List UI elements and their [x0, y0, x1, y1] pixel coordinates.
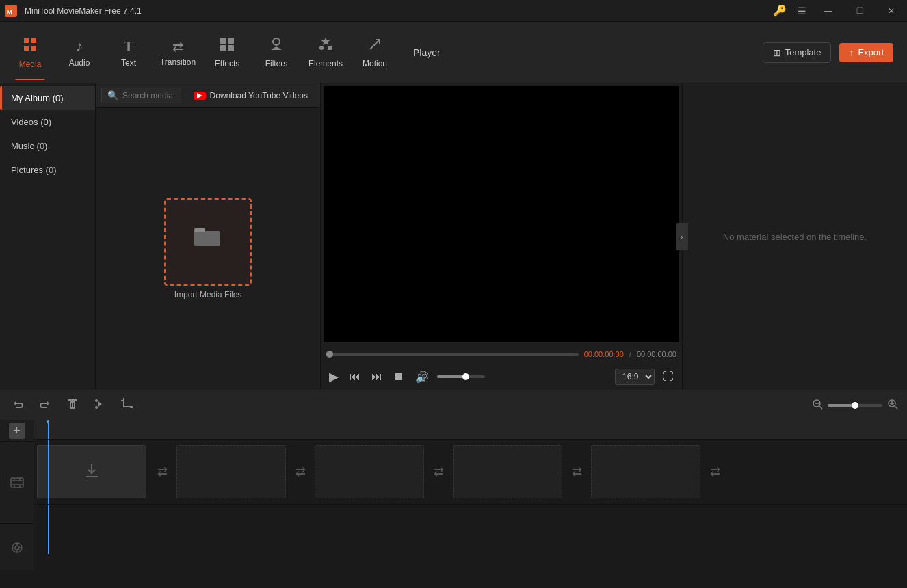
svg-point-6	[273, 38, 280, 45]
toolbar: Media ♪ Audio T Text ⇄ Transition Effect…	[0, 22, 907, 83]
timeline-left: +	[0, 420, 34, 571]
zoom-out-icon[interactable]	[811, 398, 824, 413]
key-icon: 🔑	[769, 0, 791, 22]
timeline-transition-2[interactable]: ⇄	[287, 445, 313, 498]
youtube-download-button[interactable]: Download YouTube Videos	[187, 88, 315, 103]
audio-track	[34, 505, 907, 554]
export-icon: ↑	[849, 47, 854, 58]
template-icon: ⊞	[773, 47, 781, 58]
zoom-fill	[828, 404, 855, 407]
svg-point-17	[15, 546, 19, 550]
clip-download-icon	[83, 462, 100, 482]
media-panel: 🔍 Download YouTube Videos	[96, 83, 320, 390]
aspect-ratio-select[interactable]: 16:9 9:16 1:1 4:3	[615, 369, 655, 385]
crop-button[interactable]	[118, 395, 137, 417]
transition-icon-5: ⇄	[710, 464, 720, 479]
toolbar-transition[interactable]: ⇄ Transition	[153, 25, 202, 80]
filters-icon	[268, 36, 285, 56]
total-time: 00:00:00:00	[637, 350, 676, 358]
volume-button[interactable]: 🔊	[412, 368, 432, 386]
bottom-toolbar	[0, 390, 907, 420]
video-clip-2[interactable]	[176, 445, 286, 498]
toolbar-elements[interactable]: Elements	[301, 25, 350, 80]
toolbar-motion[interactable]: Motion	[350, 25, 399, 80]
toolbar-audio[interactable]: ♪ Audio	[55, 25, 104, 80]
elements-icon	[317, 36, 334, 56]
zoom-control	[811, 398, 899, 413]
video-clip-3[interactable]	[315, 445, 424, 498]
template-button[interactable]: ⊞ Template	[763, 42, 832, 63]
youtube-play-icon	[197, 93, 202, 98]
sidebar-item-my-album[interactable]: My Album (0)	[0, 86, 95, 110]
close-button[interactable]: ✕	[876, 0, 907, 22]
player-controls: ▶ ⏮ ⏭ ⏹ 🔊 16:9 9:16 1:1 4:3 ⛶	[321, 364, 682, 390]
media-toolbar: 🔍 Download YouTube Videos	[96, 83, 320, 108]
restore-button[interactable]: ❐	[844, 0, 876, 22]
timeline-transition-1[interactable]: ⇄	[149, 445, 175, 498]
sidebar: My Album (0) Videos (0) Music (0) Pictur…	[0, 83, 96, 390]
filters-label: Filters	[265, 59, 288, 68]
video-clip-4[interactable]	[453, 445, 562, 498]
text-icon: T	[124, 38, 134, 55]
right-panel: › No material selected on the timeline.	[683, 83, 907, 390]
transition-icon-4: ⇄	[572, 464, 582, 479]
time-track[interactable]	[326, 353, 579, 356]
time-thumb	[326, 351, 333, 358]
playhead-video	[48, 440, 49, 504]
video-clip-5[interactable]	[591, 445, 700, 498]
minimize-button[interactable]: —	[813, 0, 844, 22]
svg-point-7	[319, 46, 324, 50]
play-button[interactable]: ▶	[326, 366, 341, 387]
toolbar-right: Player ⊞ Template ↑ Export	[399, 42, 902, 63]
transition-icon-2: ⇄	[295, 464, 306, 479]
menu-icon[interactable]: ☰	[791, 0, 813, 22]
stop-button[interactable]: ⏹	[391, 368, 407, 386]
next-frame-button[interactable]: ⏭	[369, 368, 385, 386]
svg-rect-9	[194, 231, 220, 246]
media-content: Import Media Files	[96, 108, 320, 390]
text-label: Text	[121, 58, 136, 68]
video-clip-main[interactable]	[37, 445, 146, 498]
title-bar: M MiniTool MovieMaker Free 7.4.1 🔑 ☰ — ❐…	[0, 0, 907, 22]
zoom-slider[interactable]	[828, 404, 882, 407]
undo-button[interactable]	[8, 395, 27, 417]
effects-icon	[219, 36, 235, 56]
prev-frame-button[interactable]: ⏮	[347, 368, 363, 386]
export-button[interactable]: ↑ Export	[839, 43, 893, 62]
search-box[interactable]: 🔍	[101, 88, 181, 103]
search-icon: 🔍	[107, 90, 118, 101]
time-separator: /	[629, 350, 631, 358]
motion-icon	[367, 36, 383, 56]
transition-icon-1: ⇄	[157, 464, 168, 479]
no-material-message: No material selected on the timeline.	[683, 83, 907, 390]
import-media-box[interactable]	[164, 198, 252, 286]
player-area: 00:00:00:00 / 00:00:00:00 ▶ ⏮ ⏭ ⏹ 🔊 16:9…	[320, 83, 683, 390]
timeline-add-button[interactable]: +	[9, 423, 25, 439]
player-time: 00:00:00:00 / 00:00:00:00	[321, 345, 682, 364]
timeline: +	[0, 420, 907, 571]
sidebar-item-music[interactable]: Music (0)	[0, 134, 95, 158]
svg-rect-2	[220, 38, 226, 44]
volume-slider[interactable]	[437, 375, 485, 378]
zoom-in-icon[interactable]	[886, 398, 899, 413]
youtube-label: Download YouTube Videos	[210, 91, 308, 101]
toolbar-media[interactable]: Media	[5, 25, 55, 80]
timeline-transition-5[interactable]: ⇄	[702, 445, 728, 498]
sidebar-item-pictures[interactable]: Pictures (0)	[0, 158, 95, 182]
player-video	[324, 86, 679, 342]
playhead-audio	[48, 505, 49, 554]
toolbar-text[interactable]: T Text	[104, 25, 153, 80]
toolbar-filters[interactable]: Filters	[252, 25, 301, 80]
timeline-transition-4[interactable]: ⇄	[564, 445, 590, 498]
svg-rect-5	[228, 45, 234, 51]
fullscreen-button[interactable]: ⛶	[660, 368, 676, 386]
collapse-panel-button[interactable]: ›	[676, 223, 688, 250]
delete-button[interactable]	[63, 395, 82, 417]
cut-button[interactable]	[90, 395, 109, 417]
search-input[interactable]	[122, 91, 175, 101]
toolbar-effects[interactable]: Effects	[202, 25, 252, 80]
redo-button[interactable]	[36, 395, 55, 417]
sidebar-item-videos[interactable]: Videos (0)	[0, 110, 95, 134]
timeline-transition-3[interactable]: ⇄	[425, 445, 451, 498]
audio-track-icon	[0, 523, 34, 571]
